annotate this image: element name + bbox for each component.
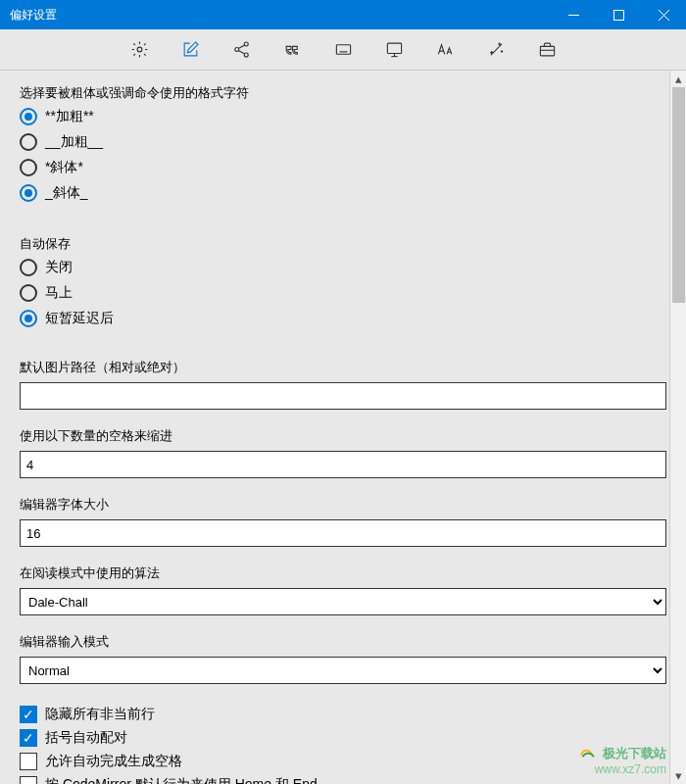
checkbox-icon: ✓ [20,776,37,784]
radio-label: 短暂延迟后 [45,310,114,327]
radio-icon [20,259,37,276]
font-size-label: 编辑器字体大小 [20,496,666,514]
close-button[interactable] [641,0,686,29]
scroll-up-icon[interactable]: ▴ [670,71,686,87]
format-chars-label: 选择要被粗体或强调命令使用的格式字符 [20,84,666,102]
checkbox-label: 隐藏所有非当前行 [45,706,155,723]
settings-content: 选择要被粗体或强调命令使用的格式字符 **加粗** __加粗__ *斜体* _斜… [0,71,686,784]
svg-rect-10 [336,45,350,55]
checkbox-icon: ✓ [20,753,37,770]
titlebar: 偏好设置 [0,0,686,29]
svg-point-7 [244,53,248,57]
checkbox-codemirror-home-end[interactable]: ✓ 按 CodeMirror 默认行为来使用 Home 和 End [20,776,666,784]
checkbox-hide-lines[interactable]: ✓ 隐藏所有非当前行 [20,706,666,723]
radio-bold-under[interactable]: __加粗__ [20,133,666,151]
radio-icon [20,184,37,202]
radio-italic-under[interactable]: _斜体_ [20,184,666,202]
radio-label: _斜体_ [45,184,88,202]
wand-icon[interactable] [485,39,507,61]
scroll-thumb[interactable] [672,87,685,303]
indent-label: 使用以下数量的空格来缩进 [20,427,666,445]
edit-icon[interactable] [179,39,201,61]
svg-line-9 [238,51,244,54]
radio-icon [20,133,37,151]
gear-icon[interactable] [128,39,150,61]
svg-rect-1 [613,10,623,20]
share-icon[interactable] [230,39,252,61]
radio-label: __加粗__ [45,133,103,151]
minimize-button[interactable] [551,0,596,29]
radio-icon [20,310,37,327]
checkbox-label: 括号自动配对 [45,729,127,747]
autosave-group: 关闭 马上 短暂延迟后 [20,259,666,327]
radio-icon [20,284,37,302]
toolbox-icon[interactable] [536,39,558,61]
image-path-label: 默认图片路径（相对或绝对） [20,359,666,376]
toolbar [0,29,686,71]
checkbox-icon: ✓ [20,729,37,747]
algo-select[interactable]: Dale-Chall [20,588,666,615]
font-size-input[interactable] [20,519,666,547]
window-title: 偏好设置 [10,7,57,24]
checkbox-group: ✓ 隐藏所有非当前行 ✓ 括号自动配对 ✓ 允许自动完成生成空格 ✓ 按 Cod… [20,706,666,784]
radio-icon [20,108,37,125]
radio-italic-star[interactable]: *斜体* [20,159,666,176]
svg-line-8 [238,45,244,48]
checkbox-autocomp-space[interactable]: ✓ 允许自动完成生成空格 [20,753,666,770]
monitor-icon[interactable] [383,39,405,61]
maximize-button[interactable] [596,0,641,29]
checkbox-label: 允许自动完成生成空格 [45,753,182,770]
svg-point-6 [234,48,238,52]
quote-icon[interactable] [281,39,303,61]
radio-label: *斜体* [45,159,83,176]
checkbox-bracket-pair[interactable]: ✓ 括号自动配对 [20,729,666,747]
svg-rect-16 [540,46,554,56]
radio-label: 关闭 [45,259,73,276]
format-chars-group: **加粗** __加粗__ *斜体* _斜体_ [20,108,666,202]
image-path-input[interactable] [20,382,666,410]
radio-label: **加粗** [45,108,94,125]
radio-autosave-delay[interactable]: 短暂延迟后 [20,310,666,327]
card-icon[interactable] [332,39,354,61]
radio-icon [20,159,37,176]
svg-point-4 [137,47,142,52]
input-mode-label: 编辑器输入模式 [20,633,666,651]
input-mode-select[interactable]: Normal [20,657,666,684]
svg-point-5 [244,42,248,46]
scrollbar[interactable]: ▴ ▾ [669,71,686,784]
autosave-label: 自动保存 [20,235,666,253]
checkbox-label: 按 CodeMirror 默认行为来使用 Home 和 End [45,776,318,784]
indent-input[interactable] [20,451,666,478]
algo-label: 在阅读模式中使用的算法 [20,564,666,582]
radio-autosave-off[interactable]: 关闭 [20,259,666,276]
svg-rect-12 [387,43,401,53]
font-icon[interactable] [434,39,456,61]
checkbox-icon: ✓ [20,706,37,723]
radio-label: 马上 [45,284,73,302]
radio-autosave-now[interactable]: 马上 [20,284,666,302]
svg-line-15 [490,44,501,55]
scroll-down-icon[interactable]: ▾ [670,767,686,784]
radio-bold-star[interactable]: **加粗** [20,108,666,125]
